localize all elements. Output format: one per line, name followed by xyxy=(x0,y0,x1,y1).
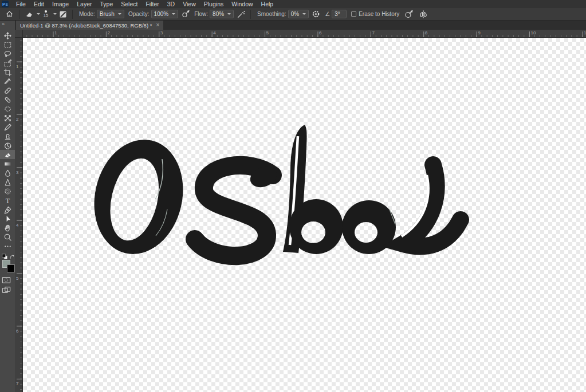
menu-item[interactable]: Help xyxy=(257,0,278,8)
zoom-tool[interactable] xyxy=(0,232,15,241)
background-color-swatch[interactable] xyxy=(7,264,15,272)
ruler-label: 3 xyxy=(160,30,163,35)
healing-brush-tool[interactable] xyxy=(0,95,15,104)
toggle-brush-settings-icon[interactable] xyxy=(58,9,68,19)
ruler-label: 6 xyxy=(319,30,321,35)
move-tool[interactable] xyxy=(0,31,15,40)
erase-to-history-checkbox[interactable] xyxy=(351,11,356,17)
chevron-down-icon[interactable] xyxy=(53,13,57,15)
sharpen-tool[interactable] xyxy=(0,177,15,187)
history-brush-tool[interactable] xyxy=(0,141,15,150)
separator xyxy=(250,10,251,19)
ruler-label: 8 xyxy=(425,30,427,35)
menu-item[interactable]: File xyxy=(12,0,30,8)
patch-tool[interactable] xyxy=(0,104,15,113)
menu-item[interactable]: View xyxy=(179,0,200,8)
menu-item[interactable]: Edit xyxy=(30,0,48,8)
eyedropper-tool[interactable] xyxy=(0,77,15,86)
menu-item[interactable]: Plugins xyxy=(200,0,227,8)
ruler-label: 1 xyxy=(16,64,18,69)
chevron-down-icon xyxy=(118,13,121,15)
separator xyxy=(72,10,73,19)
toolbar-collapse-chevrons[interactable]: » xyxy=(0,21,15,29)
artwork-letter-O xyxy=(83,130,194,263)
flow-label: Flow: xyxy=(194,11,208,17)
color-swatches xyxy=(2,260,16,274)
ruler-label: 4 xyxy=(16,223,18,228)
ruler-label: 2 xyxy=(107,30,109,35)
menu-item[interactable]: 3D xyxy=(163,0,179,8)
document-tab[interactable]: Untitled-1 @ 87.3% (AdobeStock_60847530,… xyxy=(16,21,163,30)
content-aware-move-tool[interactable] xyxy=(0,113,15,122)
ruler-label: 2 xyxy=(16,117,18,122)
artwork-letter-a xyxy=(342,165,461,254)
menu-item[interactable]: Filter xyxy=(141,0,163,8)
edit-toolbar-ellipsis[interactable] xyxy=(0,241,15,251)
opacity-label: Opacity: xyxy=(128,11,150,17)
home-icon[interactable] xyxy=(5,9,14,19)
clone-stamp-tool[interactable] xyxy=(0,132,15,141)
brush-tool[interactable] xyxy=(0,122,15,132)
vertical-ruler[interactable]: 1234567 xyxy=(15,38,23,392)
canvas[interactable] xyxy=(23,38,586,392)
pen-tool[interactable] xyxy=(0,205,15,214)
ruler-label: 6 xyxy=(16,328,18,334)
ruler-label: 11 xyxy=(584,30,586,35)
tab-close-icon[interactable]: × xyxy=(156,22,159,28)
gradient-tool[interactable] xyxy=(0,159,15,168)
menu-item[interactable]: Select xyxy=(117,0,141,8)
airbrush-icon[interactable] xyxy=(236,9,246,19)
ruler-label: 9 xyxy=(478,30,480,35)
brush-size: 15 xyxy=(44,13,48,18)
ruler-label: 4 xyxy=(213,30,215,35)
crop-tool[interactable] xyxy=(0,68,15,77)
blur-tool[interactable] xyxy=(0,168,15,177)
screen-mode-button[interactable] xyxy=(2,286,13,294)
paint-symmetry-icon[interactable] xyxy=(418,9,428,19)
object-selection-tool[interactable] xyxy=(0,58,15,68)
eraser-tool[interactable] xyxy=(0,150,15,159)
smudge-tool[interactable] xyxy=(0,187,15,196)
menu-bar: Ps FileEditImageLayerTypeSelectFilter3DV… xyxy=(0,0,586,8)
rectangular-marquee-tool[interactable] xyxy=(0,40,15,49)
angle-input[interactable]: 3° xyxy=(332,10,347,18)
ruler-label: 5 xyxy=(266,30,269,35)
pressure-size-icon[interactable] xyxy=(404,9,414,19)
color-controls xyxy=(0,252,15,294)
opacity-dropdown[interactable]: 100% xyxy=(151,10,179,18)
flow-value: 80% xyxy=(213,11,224,17)
path-selection-tool[interactable] xyxy=(0,214,15,223)
gear-icon[interactable] xyxy=(311,9,321,19)
menu-item[interactable]: Type xyxy=(96,0,117,8)
artwork-letter-s xyxy=(195,163,280,256)
ruler-label: 3 xyxy=(16,170,18,175)
erase-to-history-label: Erase to History xyxy=(359,11,399,17)
smoothing-dropdown[interactable]: 0% xyxy=(288,10,309,18)
tools-list: T xyxy=(0,31,15,251)
photoshop-logo: Ps xyxy=(2,1,9,7)
menu-item[interactable]: Layer xyxy=(73,0,96,8)
eraser-preset-icon[interactable] xyxy=(24,9,34,19)
document-tab-bar: Untitled-1 @ 87.3% (AdobeStock_60847530,… xyxy=(15,21,586,30)
lasso-tool[interactable] xyxy=(0,49,15,58)
mode-dropdown[interactable]: Brush xyxy=(97,10,124,18)
chevron-down-icon[interactable] xyxy=(37,13,40,15)
menu-item[interactable]: Image xyxy=(48,0,73,8)
hand-tool[interactable] xyxy=(0,223,15,232)
spot-healing-brush-tool[interactable] xyxy=(0,86,15,95)
pressure-opacity-icon[interactable] xyxy=(180,9,190,19)
ruler-label: 1 xyxy=(54,30,57,35)
quick-mask-button[interactable] xyxy=(2,276,13,284)
tools-panel: » xyxy=(0,21,15,392)
mode-label: Mode: xyxy=(79,11,95,17)
brush-preview-icon[interactable]: 15 xyxy=(41,9,50,19)
flow-dropdown[interactable]: 80% xyxy=(210,10,234,18)
chevron-down-icon xyxy=(172,13,175,15)
horizontal-ruler[interactable]: 1234567891011 xyxy=(23,30,586,38)
ruler-corner[interactable] xyxy=(15,30,23,38)
type-tool[interactable]: T xyxy=(0,196,15,205)
smoothing-label: Smoothing: xyxy=(257,11,286,17)
menu-item[interactable]: Window xyxy=(227,0,257,8)
angle-value: 3° xyxy=(335,11,340,17)
ruler-label: 5 xyxy=(16,276,18,281)
